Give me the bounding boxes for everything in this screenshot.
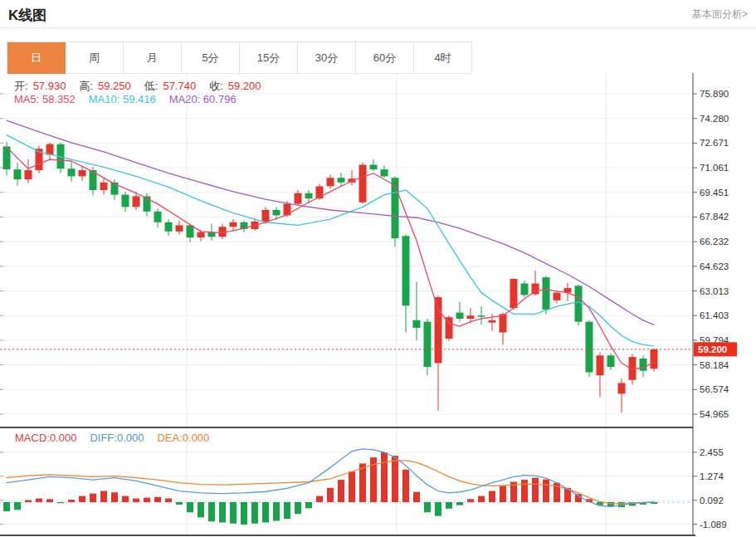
candle-body (586, 322, 593, 373)
axis-tick-label: 74.280 (700, 114, 729, 124)
candle-body (219, 227, 227, 237)
candle-body (79, 170, 86, 176)
candle-body (327, 178, 334, 186)
ohlc-label-2: 低: (144, 80, 159, 92)
macd-bar (392, 456, 398, 502)
macd-bar (36, 499, 42, 502)
current-price-badge-text: 59.200 (698, 344, 727, 354)
macd-bar (273, 502, 280, 521)
macd-bar (575, 494, 582, 502)
axis-tick-label: 0.092 (700, 496, 724, 505)
macd-bar (133, 499, 139, 502)
macd-bar (144, 498, 150, 502)
macd-bar (154, 497, 161, 502)
macd-bar (46, 499, 53, 502)
kline-app: K线图 基本面分析> 日周月5分15分30分60分4时 开:57.930高:59… (0, 0, 756, 537)
candle-body (521, 284, 529, 295)
axis-tick-label: 2.455 (700, 447, 724, 457)
ma-info-2: MA20: 60.796 (169, 93, 237, 105)
macd-bar (79, 496, 85, 502)
macd-bar (478, 496, 485, 502)
candle-body (456, 313, 464, 319)
macd-bar (521, 480, 528, 502)
candle-body (607, 355, 615, 367)
candle-body (402, 236, 410, 305)
candle-body (370, 165, 378, 170)
axis-tick-label: 54.965 (700, 409, 729, 419)
macd-bar (251, 502, 258, 524)
period-tabbar: 日周月5分15分30分60分4时 (7, 41, 472, 74)
ma10-line (7, 135, 654, 346)
candle-body (413, 320, 421, 328)
tab-4时[interactable]: 4时 (414, 42, 472, 74)
candle-body (618, 383, 626, 393)
tab-周[interactable]: 周 (66, 42, 124, 74)
tab-30分[interactable]: 30分 (298, 42, 356, 74)
candle-body (554, 293, 561, 300)
candle-body (500, 314, 507, 332)
tab-15分[interactable]: 15分 (240, 42, 298, 74)
macd-bar (176, 502, 183, 505)
macd-label-0: MACD:0.000 (15, 432, 76, 444)
candle-body (424, 322, 432, 367)
macd-bar (90, 494, 96, 502)
macd-bar (100, 491, 107, 502)
candle-body (198, 232, 205, 237)
axis-tick-label: 67.842 (700, 212, 729, 222)
fundamental-analysis-link[interactable]: 基本面分析> (692, 7, 748, 22)
macd-label-1: DIFF:0.000 (90, 432, 144, 444)
macd-bar (327, 488, 334, 502)
macd-bar (230, 502, 237, 524)
macd-bar (467, 499, 474, 502)
macd-bar (413, 492, 420, 502)
macd-bar (402, 470, 409, 502)
candle-body (651, 349, 658, 369)
macd-bar (532, 478, 539, 502)
candle-body (165, 222, 173, 232)
tab-5分[interactable]: 5分 (182, 42, 240, 74)
main-chart: 75.89074.28072.67171.06169.45167.84266.2… (0, 73, 756, 537)
ohlc-value-3: 59.200 (228, 80, 261, 92)
candle-body (467, 315, 475, 319)
candle-body (489, 320, 496, 323)
candle-body (305, 193, 313, 198)
macd-bar (208, 502, 215, 521)
ohlc-value-2: 57.740 (163, 80, 196, 92)
tab-60分[interactable]: 60分 (356, 42, 414, 74)
tab-月[interactable]: 月 (124, 42, 182, 74)
macd-bar (262, 502, 269, 523)
candle-body (295, 193, 302, 204)
macd-bar (295, 502, 301, 514)
ohlc-label-1: 高: (79, 80, 93, 92)
macd-bar (305, 502, 312, 508)
ohlc-value-1: 59.250 (98, 80, 131, 92)
macd-bar (111, 492, 118, 502)
ohlc-value-0: 57.930 (33, 80, 66, 92)
axis-tick-label: 58.184 (700, 360, 729, 370)
ohlc-info-row: 开:57.930高:59.250低:57.740收:59.200 (14, 79, 275, 94)
candle-body (25, 170, 32, 179)
macd-bar (349, 471, 355, 502)
axis-tick-label: 1.274 (700, 471, 724, 481)
macd-bar (500, 486, 506, 502)
ma-info-row: MA5: 58.352MA10: 59.416MA20: 60.796 (14, 93, 250, 105)
macd-bar (446, 502, 452, 509)
axis-tick-label: 69.451 (700, 188, 729, 198)
macd-bar (338, 480, 344, 502)
macd-bar (198, 502, 204, 517)
candle-body (154, 212, 162, 222)
axis-tick-label: -1.089 (700, 520, 727, 530)
macd-bar (14, 502, 21, 510)
axis-tick-label: 61.403 (700, 310, 729, 320)
candle-body (543, 277, 550, 310)
candle-body (122, 195, 129, 207)
macd-bar (241, 502, 247, 525)
axis-tick-label: 66.232 (700, 237, 729, 247)
candle-body (176, 225, 183, 231)
axis-tick-label: 64.623 (700, 261, 729, 271)
axis-tick-label: 71.061 (700, 163, 729, 173)
macd-bar (456, 502, 463, 505)
macd-bar (122, 496, 129, 502)
tab-日[interactable]: 日 (7, 42, 66, 74)
candle-body (435, 297, 442, 363)
